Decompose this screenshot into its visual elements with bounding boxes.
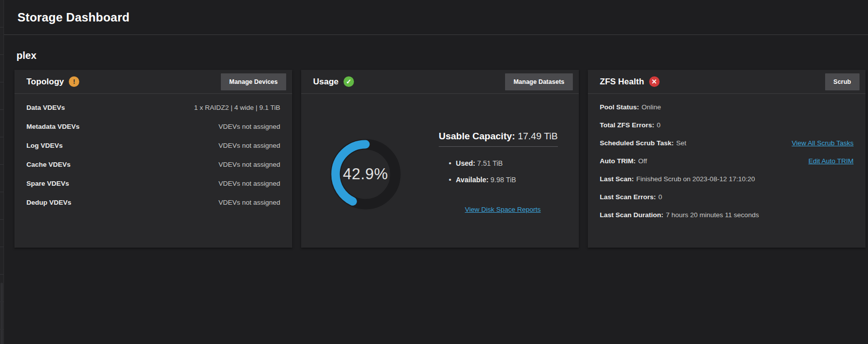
vdev-row-label: Data VDEVs	[26, 104, 65, 111]
vdev-row-value: VDEVs not assigned	[218, 142, 280, 149]
edit-auto-trim-link[interactable]: Edit Auto TRIM	[808, 157, 854, 165]
vdev-row-label: Metadata VDEVs	[26, 123, 80, 130]
zfs-health-card-title: ZFS Health	[600, 77, 644, 87]
topology-card-header: Topology ! Manage Devices	[14, 70, 292, 94]
page-title: Storage Dashboard	[17, 10, 130, 24]
zfs-health-card-body: Pool Status: Online Total ZFS Errors: 0 …	[588, 94, 866, 248]
table-row: Dedup VDEVs VDEVs not assigned	[26, 193, 280, 212]
table-row: Spare VDEVs VDEVs not assigned	[26, 174, 280, 193]
usage-card: Usage ✓ Manage Datasets 42.9% Usable Cap…	[301, 70, 579, 248]
check-icon: ✓	[344, 76, 354, 87]
manage-devices-button[interactable]: Manage Devices	[221, 73, 286, 90]
table-row: Data VDEVs 1 x RAIDZ2 | 4 wide | 9.1 TiB	[26, 98, 280, 117]
usage-details: Usable Capacity: 17.49 TiB Used: 7.51 Ti…	[439, 131, 567, 214]
zfs-health-card-header: ZFS Health ✕ Scrub	[588, 70, 866, 94]
list-item: Used: 7.51 TiB	[449, 155, 567, 171]
table-row: Last Scan: Finished Scrub on 2023-08-12 …	[600, 170, 854, 188]
table-row: Last Scan Errors: 0	[600, 188, 854, 206]
table-row: Auto TRIM: Off Edit Auto TRIM	[600, 152, 854, 170]
vdev-row-label: Cache VDEVs	[26, 161, 71, 168]
table-row: Pool Status: Online	[600, 98, 854, 116]
topology-card: Topology ! Manage Devices Data VDEVs 1 x…	[14, 70, 292, 248]
manage-datasets-button[interactable]: Manage Datasets	[505, 73, 573, 90]
view-disk-space-reports-link[interactable]: View Disk Space Reports	[465, 206, 540, 213]
page-header: Storage Dashboard	[4, 0, 868, 35]
scrub-button[interactable]: Scrub	[825, 73, 860, 90]
vdev-row-label: Dedup VDEVs	[26, 199, 71, 206]
usable-capacity-line: Usable Capacity: 17.49 TiB	[439, 131, 558, 147]
table-row: Cache VDEVs VDEVs not assigned	[26, 155, 280, 174]
list-item: Available: 9.98 TiB	[449, 171, 567, 188]
usage-percent-label: 42.9%	[328, 137, 403, 212]
collapsed-sidebar-strip	[0, 0, 4, 344]
usage-card-body: 42.9% Usable Capacity: 17.49 TiB Used: 7…	[301, 94, 579, 248]
dashboard-cards: Topology ! Manage Devices Data VDEVs 1 x…	[14, 70, 868, 248]
usable-capacity-value: 17.49 TiB	[518, 131, 557, 141]
usage-card-header: Usage ✓ Manage Datasets	[301, 70, 579, 94]
table-row: Last Scan Duration: 7 hours 20 minutes 1…	[600, 206, 854, 224]
vdev-row-label: Log VDEVs	[26, 142, 63, 149]
topology-card-body: Data VDEVs 1 x RAIDZ2 | 4 wide | 9.1 TiB…	[14, 94, 292, 248]
vdev-row-label: Spare VDEVs	[26, 180, 69, 187]
vdev-row-value: 1 x RAIDZ2 | 4 wide | 9.1 TiB	[194, 104, 280, 111]
error-icon: ✕	[649, 76, 660, 87]
view-all-scrub-tasks-link[interactable]: View All Scrub Tasks	[792, 139, 854, 147]
vdev-row-value: VDEVs not assigned	[218, 161, 280, 168]
usage-gauge: 42.9%	[328, 137, 403, 212]
vdev-row-value: VDEVs not assigned	[218, 180, 280, 187]
usage-card-title: Usage	[313, 77, 339, 87]
topology-card-title: Topology	[26, 77, 64, 87]
table-row: Total ZFS Errors: 0	[600, 116, 854, 134]
zfs-health-card: ZFS Health ✕ Scrub Pool Status: Online T…	[588, 70, 866, 248]
table-row: Log VDEVs VDEVs not assigned	[26, 136, 280, 155]
table-row: Scheduled Scrub Task: Set View All Scrub…	[600, 134, 854, 152]
warning-icon: !	[69, 76, 79, 87]
vdev-row-value: VDEVs not assigned	[218, 123, 280, 130]
usable-capacity-label: Usable Capacity:	[439, 131, 515, 141]
table-row: Metadata VDEVs VDEVs not assigned	[26, 117, 280, 136]
pool-name-heading: plex	[16, 50, 868, 61]
vdev-row-value: VDEVs not assigned	[218, 199, 280, 206]
usage-breakdown-list: Used: 7.51 TiB Available: 9.98 TiB	[449, 155, 567, 188]
